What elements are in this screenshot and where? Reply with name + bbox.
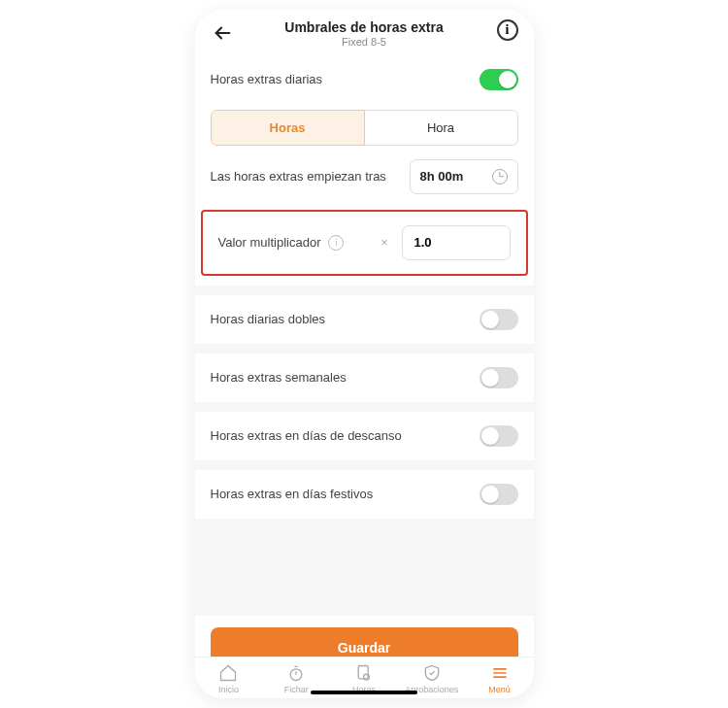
start-after-input[interactable]: 8h 00m	[410, 159, 518, 194]
multiplier-info-icon[interactable]: i	[328, 235, 344, 251]
holidays-row: Horas extras en días festivos	[195, 470, 534, 519]
multiply-symbol: ×	[381, 236, 387, 250]
header: Umbrales de horas extra Fixed 8-5 i	[195, 10, 534, 55]
phone-frame: Umbrales de horas extra Fixed 8-5 i Hora…	[195, 10, 534, 698]
info-button[interactable]: i	[497, 19, 518, 41]
tab-menu-label: Menú	[488, 685, 511, 694]
double-daily-label: Horas diarias dobles	[211, 312, 326, 326]
info-icon: i	[506, 22, 510, 38]
daily-overtime-toggle[interactable]	[480, 69, 518, 90]
multiplier-input[interactable]: 1.0	[402, 225, 511, 260]
weekly-row: Horas extras semanales	[195, 354, 534, 402]
holidays-toggle[interactable]	[480, 484, 518, 505]
back-button[interactable]	[211, 21, 234, 45]
menu-icon	[490, 663, 510, 683]
rest-days-row: Horas extras en días de descanso	[195, 412, 534, 460]
tab-menu[interactable]: Menú	[471, 663, 529, 694]
rest-days-label: Horas extras en días de descanso	[211, 428, 402, 443]
tab-home[interactable]: Inicio	[199, 663, 257, 694]
hours-icon	[354, 663, 374, 683]
double-daily-row: Horas diarias dobles	[195, 295, 534, 344]
tab-clock-label: Fichar	[284, 685, 309, 694]
tab-home-label: Inicio	[218, 685, 239, 694]
segment-hours[interactable]: Horas	[211, 110, 365, 146]
page-subtitle: Fixed 8-5	[284, 36, 443, 48]
multiplier-row: Valor multiplicador i × 1.0	[201, 210, 528, 276]
double-daily-toggle[interactable]	[480, 309, 518, 330]
multiplier-label: Valor multiplicador	[218, 235, 321, 250]
page-title: Umbrales de horas extra	[284, 19, 443, 36]
daily-overtime-row: Horas extras diarias	[195, 55, 534, 104]
start-after-row: Las horas extras empiezan tras 8h 00m	[195, 146, 534, 208]
arrow-left-icon	[212, 22, 233, 44]
weekly-toggle[interactable]	[480, 367, 518, 388]
start-after-value: 8h 00m	[420, 169, 464, 184]
home-icon	[218, 663, 238, 683]
shield-check-icon	[422, 663, 442, 683]
segment-control: Horas Hora	[211, 110, 518, 146]
daily-overtime-label: Horas extras diarias	[211, 72, 323, 86]
segment-hour[interactable]: Hora	[365, 110, 518, 146]
weekly-label: Horas extras semanales	[211, 370, 347, 385]
save-button[interactable]: Guardar	[211, 627, 518, 657]
stopwatch-icon	[286, 663, 306, 683]
blank-space	[195, 519, 534, 616]
start-after-label: Las horas extras empiezan tras	[211, 169, 386, 184]
holidays-label: Horas extras en días festivos	[211, 487, 374, 501]
multiplier-value: 1.0	[414, 235, 432, 250]
clock-icon	[492, 169, 508, 185]
home-indicator	[311, 691, 417, 694]
content-body: Horas extras diarias Horas Hora Las hora…	[195, 55, 534, 657]
rest-days-toggle[interactable]	[480, 425, 518, 447]
